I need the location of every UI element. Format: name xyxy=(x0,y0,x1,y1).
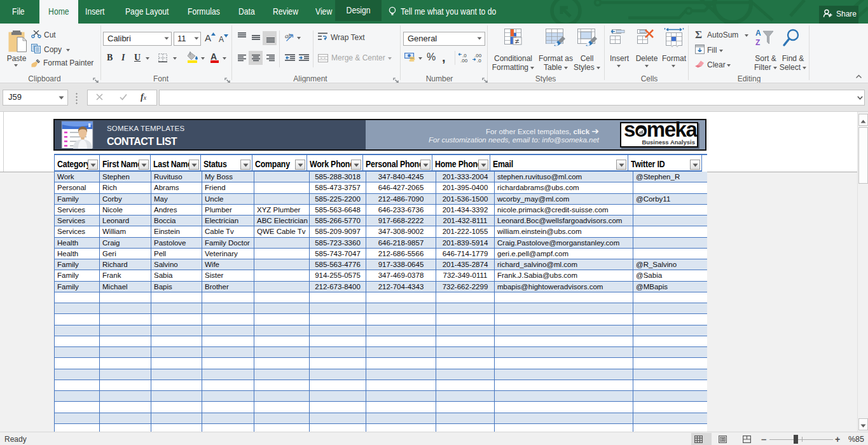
svg-text:A: A xyxy=(755,29,761,38)
svg-text:.0: .0 xyxy=(477,58,481,63)
svg-text:Z: Z xyxy=(755,38,760,47)
svg-text:≠: ≠ xyxy=(515,37,520,46)
svg-text:.00: .00 xyxy=(460,58,468,63)
svg-text:ab: ab xyxy=(285,32,292,39)
